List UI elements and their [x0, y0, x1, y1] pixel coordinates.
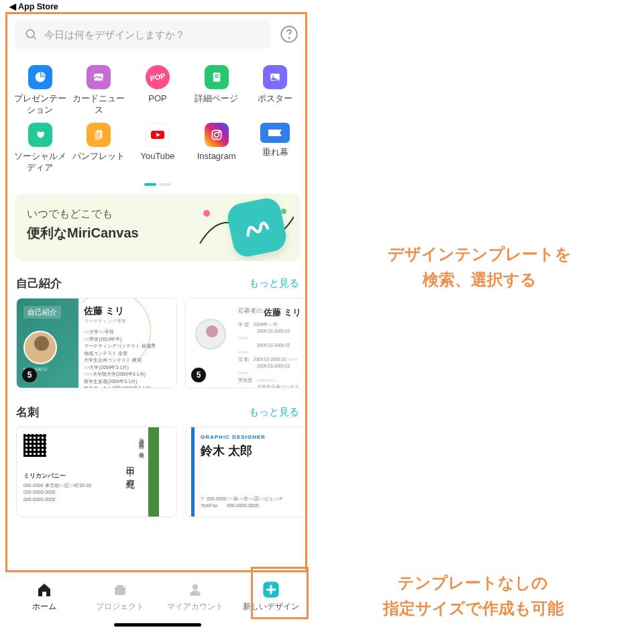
template-card[interactable]: 自己紹介 MIRI SATO 佐藤 ミリ マーケティング専攻 ○○大学○○学部 … [16, 298, 177, 388]
section-title: 自己紹介 [16, 276, 62, 291]
card-name: 佐藤 ミリ [264, 307, 301, 319]
nav-label: ホーム [32, 601, 56, 612]
cat-presentation[interactable]: プレゼンテーション [11, 65, 70, 116]
nav-home[interactable]: ホーム [7, 574, 83, 631]
photo-icon [263, 65, 287, 89]
phone-frame: ◀ App Store プレゼンテーション カードニュース POP POP 詳細… [7, 0, 309, 631]
card-text: 学 歴 2009年○○卒 2009.03-2009.03 ○○○○ 2009.0… [238, 321, 300, 388]
folder-icon [111, 580, 129, 599]
nav-label: 新しいデザイン [243, 601, 299, 612]
doc-icon [205, 65, 229, 89]
section-head-meishi: 名刺 もっと見る [7, 400, 309, 427]
card-body: 佐藤 ミリ マーケティング専攻 ○○大学○○学部 ○○専攻(2019年卒) マー… [84, 304, 172, 388]
svg-point-21 [193, 584, 198, 590]
template-card[interactable]: GRAPHIC DESIGNER 鈴木 太郎 〒 000-0000 ○○県○○市… [185, 427, 306, 517]
search-row [7, 14, 309, 58]
svg-point-16 [203, 210, 210, 217]
plus-icon [262, 580, 280, 599]
cat-youtube[interactable]: YouTube [128, 123, 187, 174]
pie-icon [28, 65, 52, 89]
svg-line-1 [34, 37, 36, 40]
cat-pamphlet[interactable]: パンフレット [70, 123, 129, 174]
play-icon [146, 123, 170, 147]
card-count-badge: 5 [191, 368, 206, 382]
cat-socialmedia[interactable]: ソーシャルメディア [11, 123, 70, 174]
svg-point-14 [214, 132, 219, 137]
promo-banner[interactable]: いつでもどこでも 便利なMiriCanvas [15, 194, 301, 261]
template-card[interactable]: 海外営業部 係長 田中 有紀 ミリカンパニー 000-0000 東京都○○区○○… [16, 427, 177, 517]
avatar-icon [23, 331, 57, 364]
intro-scroll[interactable]: 自己紹介 MIRI SATO 佐藤 ミリ マーケティング専攻 ○○大学○○学部 … [7, 298, 309, 400]
card-role: 海外営業部 係長 [137, 434, 144, 450]
help-icon [280, 25, 299, 44]
card-name: 田中 有紀 [124, 460, 136, 475]
meishi-scroll[interactable]: 海外営業部 係長 田中 有紀 ミリカンパニー 000-0000 東京都○○区○○… [7, 427, 309, 529]
see-more-link[interactable]: もっと見る [249, 406, 299, 419]
search-box[interactable] [15, 19, 271, 49]
card-info: 〒 000-0000 ○○県○○市○○区○○ビル○○F Tel&Fax 000-… [201, 496, 282, 510]
search-icon [24, 28, 38, 41]
svg-rect-19 [115, 587, 125, 595]
svg-point-15 [219, 131, 220, 133]
image-icon [87, 65, 111, 89]
cat-detailpage[interactable]: 詳細ページ [187, 65, 246, 116]
cat-label: 詳細ページ [195, 93, 238, 105]
cat-poster[interactable]: ポスター [246, 65, 305, 116]
category-page-indicator [7, 174, 309, 189]
svg-point-0 [26, 30, 34, 38]
card-company: ミリカンパニー [23, 472, 66, 480]
cat-label: プレゼンテーション [11, 93, 70, 116]
card-role: GRAPHIC DESIGNER [201, 434, 299, 440]
svg-rect-7 [215, 76, 219, 78]
help-button[interactable] [278, 23, 301, 46]
card-prefix: 応募者の [238, 307, 262, 315]
bottom-nav: ホーム プロジェクト マイアカウント 新しいデザイン [7, 573, 309, 631]
cat-label: カードニュース [70, 93, 129, 116]
insta-icon [205, 123, 229, 147]
cat-instagram[interactable]: Instagram [187, 123, 246, 174]
cat-label: POP [148, 93, 166, 105]
section-head-intro: 自己紹介 もっと見る [7, 272, 309, 298]
card-count-badge: 5 [22, 368, 37, 382]
nav-new-design[interactable]: 新しいデザイン [233, 574, 309, 631]
svg-rect-6 [215, 74, 219, 76]
cat-label: 垂れ幕 [262, 147, 288, 158]
see-more-link[interactable]: もっと見る [249, 277, 299, 290]
cat-cardnews[interactable]: カードニュース [70, 65, 129, 116]
template-card[interactable]: 応募者の 佐藤 ミリ 学 歴 2009年○○卒 2009.03-2009.03 … [185, 298, 306, 388]
section-title: 名刺 [16, 405, 39, 420]
home-icon [35, 580, 54, 599]
card-tag: 自己紹介 [23, 306, 61, 319]
cat-label: Instagram [197, 151, 236, 162]
cat-banner[interactable]: 垂れ幕 [246, 123, 305, 174]
nav-label: マイアカウント [167, 601, 223, 612]
user-icon [186, 580, 205, 599]
back-to-appstore[interactable]: ◀ App Store [7, 0, 309, 14]
cat-pop[interactable]: POP POP [128, 65, 187, 116]
svg-point-9 [272, 75, 274, 76]
svg-rect-20 [117, 585, 123, 587]
svg-rect-11 [95, 131, 101, 140]
cat-label: ソーシャルメディア [11, 151, 70, 174]
card-name: 鈴木 太郎 [201, 443, 299, 459]
cat-label: ポスター [258, 93, 292, 105]
stripe-decoration [191, 427, 195, 517]
nav-label: プロジェクト [96, 601, 144, 612]
qr-icon [23, 434, 46, 457]
cat-label: パンフレット [72, 151, 125, 162]
banner-icon [260, 123, 290, 143]
annotation-text-bottom: テンプレートなしの 指定サイズで作成も可能 [322, 570, 624, 622]
cat-label: YouTube [140, 151, 174, 162]
pop-icon: POP [144, 63, 172, 92]
pages-icon [87, 123, 111, 147]
nav-account[interactable]: マイアカウント [158, 574, 233, 631]
category-grid: プレゼンテーション カードニュース POP POP 詳細ページ ポスター ソーシ… [7, 58, 309, 174]
home-indicator [114, 623, 201, 627]
avatar-icon [195, 319, 226, 350]
annotation-text-top: デザインテンプレートを 検索、選択する [335, 241, 624, 293]
svg-point-3 [288, 38, 289, 38]
heart-icon [28, 123, 52, 147]
nav-project[interactable]: プロジェクト [83, 574, 158, 631]
card-address: 000-0000 東京都○○区○○町00-00 000-0000-0000 00… [23, 482, 91, 504]
search-input[interactable] [44, 29, 262, 40]
